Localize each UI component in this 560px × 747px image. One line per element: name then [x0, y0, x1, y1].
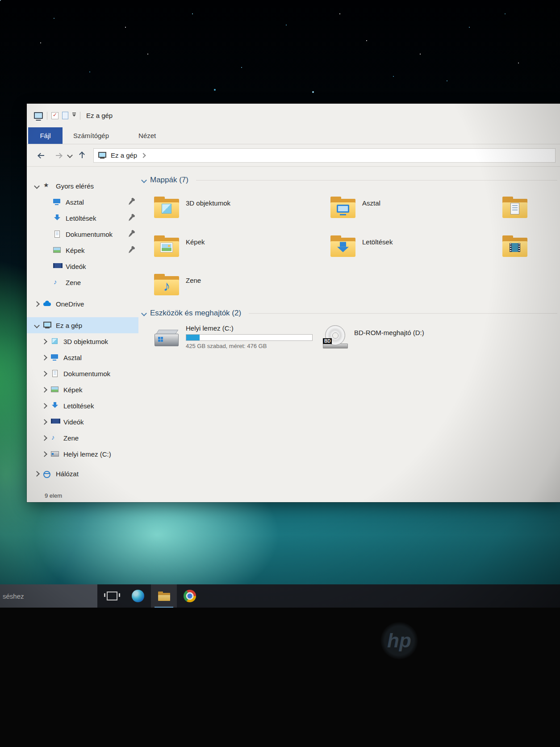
taskbar-icons [99, 584, 203, 608]
file-explorer-button[interactable] [151, 584, 177, 608]
folder-tile-desktop[interactable]: Asztal [327, 193, 497, 231]
cube-glyph-icon [162, 204, 171, 214]
folder-icon-videos [502, 235, 528, 258]
taskbar: séshez [0, 584, 560, 608]
bd-badge: BD [323, 338, 332, 344]
file-explorer-icon [158, 592, 170, 601]
chrome-icon [184, 590, 196, 602]
explorer-content: Gyors elérés Asztal Letöltések Dokumentu… [27, 166, 560, 490]
folder-tile-pictures[interactable]: Képek [151, 232, 321, 270]
quick-access-toolbar-dropdown-icon[interactable] [72, 114, 76, 117]
sidebar-item-onedrive[interactable]: OneDrive [27, 296, 138, 312]
recent-locations-dropdown-icon[interactable] [67, 152, 73, 158]
picture-glyph-icon [160, 243, 173, 252]
address-bar[interactable]: Ez a gép [93, 148, 556, 163]
folder-tile-documents[interactable] [499, 193, 560, 231]
sidebar-item-pc-videos[interactable]: Videók [27, 414, 138, 430]
sidebar-item-local-disk[interactable]: Helyi lemez (C:) [27, 446, 138, 462]
devices-group-header[interactable]: Eszközök és meghajtók (2) [142, 307, 557, 319]
documents-icon [51, 370, 59, 377]
task-view-button[interactable] [99, 584, 125, 608]
new-folder-icon[interactable] [62, 112, 68, 119]
chevron-right-icon[interactable] [42, 403, 47, 409]
chevron-right-icon[interactable] [42, 339, 47, 344]
chevron-right-icon[interactable] [42, 435, 47, 441]
windows-logo-icon [158, 337, 160, 339]
folder-tile-videos[interactable] [499, 232, 560, 270]
chevron-right-icon[interactable] [34, 471, 40, 477]
sidebar-item-network[interactable]: Hálózat [27, 466, 138, 482]
chevron-right-icon[interactable] [42, 371, 47, 377]
sidebar-item-desktop[interactable]: Asztal [27, 194, 138, 210]
tab-view[interactable]: Nézet [128, 127, 167, 144]
edge-button[interactable] [125, 584, 151, 608]
tab-computer[interactable]: Számítógép [63, 127, 120, 144]
sidebar-item-quick-access[interactable]: Gyors elérés [27, 178, 138, 194]
sidebar-item-downloads[interactable]: Letöltések [27, 210, 138, 226]
folder-icon-documents [502, 196, 528, 219]
onedrive-icon [43, 300, 51, 307]
chevron-down-icon[interactable] [34, 183, 40, 189]
folder-icon-pictures [154, 235, 180, 258]
sidebar-item-3d-objects[interactable]: 3D objektumok [27, 333, 138, 349]
hard-drive-icon [154, 329, 180, 352]
sidebar-item-pc-pictures[interactable]: Képek [27, 382, 138, 398]
chrome-button[interactable] [177, 584, 203, 608]
bd-rom-drive-icon: BD [322, 325, 348, 348]
hp-logo: hp [380, 622, 418, 659]
music-icon [53, 279, 61, 286]
desktop-icon [51, 354, 59, 361]
pin-icon [129, 199, 133, 204]
devices-group-label: Eszközök és meghajtók (2) [150, 309, 241, 318]
chevron-right-icon[interactable] [42, 387, 47, 393]
chevron-right-icon[interactable] [42, 355, 47, 361]
forward-button[interactable] [54, 152, 63, 159]
drive-tile-bd-rom[interactable]: BD BD-ROM-meghajtó (D:) [319, 323, 489, 356]
music-note-glyph-icon [163, 279, 170, 293]
folders-group-header[interactable]: Mappák (7) [142, 174, 557, 186]
sidebar-item-pc-music[interactable]: Zene [27, 430, 138, 446]
sidebar-item-pc-downloads[interactable]: Letöltések [27, 398, 138, 414]
back-button[interactable] [38, 152, 46, 159]
breadcrumb[interactable]: Ez a gép [111, 151, 137, 159]
sidebar-item-music[interactable]: Zene [27, 274, 138, 290]
navigation-bar: Ez a gép [27, 144, 560, 167]
wallpaper-stars [0, 0, 1, 1]
sidebar-item-pc-documents[interactable]: Dokumentumok [27, 365, 138, 382]
collapse-group-icon[interactable] [141, 311, 147, 316]
chevron-right-icon[interactable] [42, 451, 47, 457]
sidebar-item-documents[interactable]: Dokumentumok [27, 226, 138, 242]
chevron-right-icon[interactable] [34, 301, 40, 307]
sidebar-item-pictures[interactable]: Képek [27, 242, 138, 258]
capacity-bar-fill [186, 335, 200, 340]
documents-icon [53, 231, 61, 238]
sidebar-item-videos[interactable]: Videók [27, 258, 138, 274]
up-button[interactable] [79, 151, 86, 159]
collapse-group-icon[interactable] [141, 177, 147, 183]
folder-tile-downloads[interactable]: Letöltések [327, 232, 497, 270]
folder-tile-music[interactable]: Zene [151, 270, 321, 309]
laptop-screen: Ez a gép Fájl Számítógép Nézet Ez a gép [0, 0, 560, 608]
divider [80, 112, 80, 120]
folder-tile-3d-objects[interactable]: 3D objektumok [151, 193, 321, 231]
chevron-right-icon[interactable] [141, 153, 146, 158]
chevron-right-icon[interactable] [42, 419, 47, 425]
status-bar: 9 elem [27, 490, 560, 502]
folder-icon-downloads [330, 235, 356, 258]
downloads-icon [53, 214, 61, 222]
videos-icon [51, 418, 59, 425]
chevron-down-icon[interactable] [34, 323, 40, 328]
tab-file[interactable]: Fájl [28, 127, 63, 144]
task-view-icon [107, 592, 117, 600]
items-view: Mappák (7) 3D objektumok Asztal [138, 166, 560, 490]
title-bar[interactable]: Ez a gép [27, 104, 560, 127]
pin-icon [129, 231, 133, 236]
properties-icon[interactable] [51, 112, 59, 119]
drive-tile-local-disk[interactable]: Helyi lemez (C:) 425 GB szabad, méret: 4… [151, 323, 321, 356]
desktop-icon [53, 199, 61, 206]
taskbar-search-box[interactable]: séshez [0, 584, 97, 608]
sidebar-item-this-pc[interactable]: Ez a gép [27, 317, 138, 333]
sidebar-item-pc-desktop[interactable]: Asztal [27, 349, 138, 365]
edge-icon [132, 590, 144, 602]
pictures-icon [53, 247, 61, 254]
